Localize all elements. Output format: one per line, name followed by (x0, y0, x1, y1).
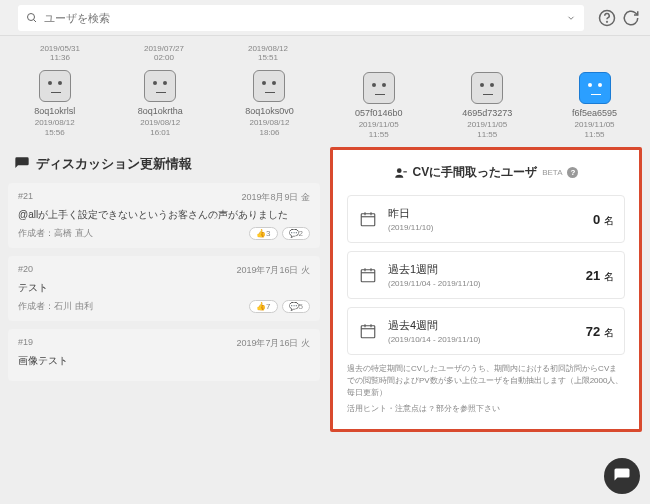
comment-pill[interactable]: 💬2 (282, 227, 310, 240)
svg-rect-10 (361, 270, 375, 282)
search-input[interactable] (44, 12, 566, 24)
left-column: 2019/05/3111:36 2019/07/2702:00 2019/08/… (8, 44, 320, 496)
discussion-title: @allが上手く設定できないというお客さんの声がありました (18, 208, 310, 222)
user-date: 2019/08/1216:01 (138, 118, 183, 137)
cv-header: CVに手間取ったユーザ BETA ? (347, 164, 625, 181)
user-name: 8oq1oks0v0 (245, 106, 294, 116)
user-date: 2019/11/0511:55 (355, 120, 403, 139)
user-date: 2019/08/1215:56 (34, 118, 75, 137)
beta-badge: BETA (542, 168, 562, 177)
user-date: 2019/11/0511:55 (572, 120, 617, 139)
svg-rect-14 (361, 326, 375, 338)
discussion-header: ディスカッション更新情報 (8, 155, 320, 173)
chat-fab[interactable] (604, 458, 640, 494)
cv-row-range: (2019/11/10) (388, 223, 593, 232)
cv-count: 0 (593, 212, 600, 227)
user-date: 2019/11/0511:55 (462, 120, 512, 139)
user-name: 4695d73273 (462, 108, 512, 118)
user-avatar (471, 72, 503, 104)
user-name: f6f5ea6595 (572, 108, 617, 118)
discussion-item[interactable]: #212019年8月9日 金 @allが上手く設定できないというお客さんの声があ… (8, 183, 320, 248)
help-icon[interactable] (598, 9, 616, 27)
help-icon[interactable]: ? (567, 167, 578, 178)
discussion-item[interactable]: #202019年7月16日 火 テスト 作成者：石川 由利 👍7 💬5 (8, 256, 320, 321)
cv-row[interactable]: 過去1週間 (2019/11/04 - 2019/11/10) 21 名 (347, 251, 625, 299)
user-avatar (39, 70, 71, 102)
refresh-icon[interactable] (622, 9, 640, 27)
cv-row[interactable]: 過去4週間 (2019/10/14 - 2019/11/10) 72 名 (347, 307, 625, 355)
cv-unit: 名 (601, 327, 614, 338)
cv-row[interactable]: 昨日 (2019/11/10) 0 名 (347, 195, 625, 243)
user-avatar (363, 72, 395, 104)
chevron-down-icon (566, 13, 576, 23)
discussion-item[interactable]: #192019年7月16日 火 画像テスト (8, 329, 320, 381)
user-avatar (144, 70, 176, 102)
cv-row-label: 昨日 (388, 206, 593, 221)
svg-rect-6 (361, 214, 375, 226)
like-pill[interactable]: 👍7 (249, 300, 277, 313)
discussion-id: #20 (18, 264, 33, 277)
cv-row-label: 過去1週間 (388, 262, 586, 277)
user-name: 8oq1okrlsl (34, 106, 75, 116)
discussion-title: 画像テスト (18, 354, 310, 368)
cv-panel: CVに手間取ったユーザ BETA ? 昨日 (2019/11/10) 0 名 過… (330, 147, 642, 432)
svg-point-4 (396, 168, 401, 173)
cv-unit: 名 (601, 215, 614, 226)
discussion-id: #19 (18, 337, 33, 350)
right-column: 057f0146b0 2019/11/0511:55 4695d73273 20… (330, 44, 642, 496)
user-card[interactable]: 4695d73273 2019/11/0511:55 (462, 72, 512, 139)
user-remove-icon (394, 166, 408, 180)
cv-row-label: 過去4週間 (388, 318, 586, 333)
cv-count: 21 (586, 268, 600, 283)
chat-icon (613, 467, 631, 485)
svg-point-0 (28, 13, 35, 20)
discussion-date: 2019年8月9日 金 (241, 191, 310, 204)
svg-point-3 (607, 21, 608, 22)
user-avatar (579, 72, 611, 104)
cv-count: 72 (586, 324, 600, 339)
user-card[interactable]: f6f5ea6595 2019/11/0511:55 (572, 72, 617, 139)
user-date: 2019/08/1218:06 (245, 118, 294, 137)
comment-icon (14, 156, 30, 172)
discussion-title: テスト (18, 281, 310, 295)
like-pill[interactable]: 👍3 (249, 227, 277, 240)
user-card[interactable]: 8oq1oks0v0 2019/08/1218:06 (245, 70, 294, 137)
svg-line-1 (34, 19, 37, 22)
calendar-icon (358, 322, 378, 340)
comment-pill[interactable]: 💬5 (282, 300, 310, 313)
left-top-dates: 2019/05/3111:36 2019/07/2702:00 2019/08/… (8, 44, 320, 62)
user-card[interactable]: 8oq1okrtha 2019/08/1216:01 (138, 70, 183, 137)
search-box[interactable] (18, 5, 584, 31)
cv-row-range: (2019/10/14 - 2019/11/10) (388, 335, 586, 344)
top-bar (0, 0, 650, 36)
discussion-author: 作成者：高橋 直人 (18, 227, 93, 240)
cv-row-range: (2019/11/04 - 2019/11/10) (388, 279, 586, 288)
user-name: 8oq1okrtha (138, 106, 183, 116)
calendar-icon (358, 266, 378, 284)
user-avatar (253, 70, 285, 102)
search-icon (26, 12, 38, 24)
discussion-date: 2019年7月16日 火 (236, 264, 310, 277)
discussion-date: 2019年7月16日 火 (236, 337, 310, 350)
discussion-id: #21 (18, 191, 33, 204)
cv-unit: 名 (601, 271, 614, 282)
cv-note: 過去の特定期間にCVしたユーザのうち、期間内における初回訪問からCVまでの閲覧時… (347, 363, 625, 415)
user-card[interactable]: 8oq1okrlsl 2019/08/1215:56 (34, 70, 75, 137)
user-card[interactable]: 057f0146b0 2019/11/0511:55 (355, 72, 403, 139)
user-name: 057f0146b0 (355, 108, 403, 118)
calendar-icon (358, 210, 378, 228)
discussion-author: 作成者：石川 由利 (18, 300, 93, 313)
